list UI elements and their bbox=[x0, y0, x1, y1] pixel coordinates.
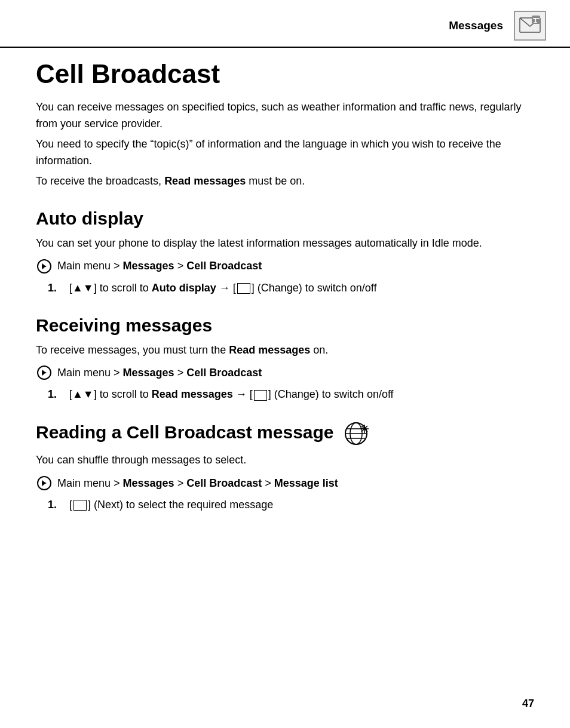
auto-display-heading: Auto display bbox=[36, 208, 534, 229]
reading-cell-broadcast-desc: You can shuffle through messages to sele… bbox=[36, 452, 534, 469]
step-number-3: 1. bbox=[48, 496, 62, 514]
step-number-2: 1. bbox=[48, 386, 62, 403]
auto-display-nav-text: Main menu > Messages > Cell Broadcast bbox=[57, 258, 262, 274]
reading-cell-broadcast-nav: Main menu > Messages > Cell Broadcast > … bbox=[36, 475, 534, 492]
intro-p3-bold: Read messages bbox=[164, 175, 246, 187]
receiving-messages-nav-text: Main menu > Messages > Cell Broadcast bbox=[57, 365, 262, 381]
change-key-2 bbox=[254, 390, 267, 401]
reading-cell-broadcast-heading: Reading a Cell Broadcast message bbox=[36, 421, 534, 446]
nav-arrow-icon bbox=[36, 258, 53, 275]
page: Messages 1 Cell Broadcast You can receiv… bbox=[0, 0, 570, 728]
messages-icon: 1 bbox=[514, 11, 546, 41]
receiving-messages-nav: Main menu > Messages > Cell Broadcast bbox=[36, 364, 534, 381]
globe-icon bbox=[344, 421, 369, 446]
receiving-messages-desc: To receive messages, you must turn the R… bbox=[36, 342, 534, 359]
intro-p3-suffix: must be on. bbox=[246, 175, 305, 187]
svg-text:1: 1 bbox=[534, 17, 537, 24]
step-content: [▲▼] to scroll to Auto display → [] (Cha… bbox=[69, 279, 534, 297]
step-content-3: [] (Next) to select the required message bbox=[69, 496, 534, 514]
intro-paragraph1: You can receive messages on specified to… bbox=[36, 99, 534, 133]
step-content-2: [▲▼] to scroll to Read messages → [] (Ch… bbox=[69, 386, 534, 403]
intro-p3-prefix: To receive the broadcasts, bbox=[36, 175, 164, 187]
reading-cell-broadcast-steps: 1. [] (Next) to select the required mess… bbox=[48, 496, 534, 514]
header-title: Messages bbox=[449, 19, 503, 32]
change-key bbox=[237, 283, 250, 294]
page-header: Messages 1 bbox=[0, 0, 570, 48]
next-key bbox=[73, 500, 87, 511]
reading-cell-broadcast-nav-text: Main menu > Messages > Cell Broadcast > … bbox=[57, 475, 338, 492]
auto-display-steps: 1. [▲▼] to scroll to Auto display → [] (… bbox=[48, 279, 534, 297]
nav-arrow-icon-3 bbox=[36, 475, 53, 492]
page-number: 47 bbox=[522, 698, 534, 710]
auto-display-step1: 1. [▲▼] to scroll to Auto display → [] (… bbox=[48, 279, 534, 297]
auto-display-nav: Main menu > Messages > Cell Broadcast bbox=[36, 258, 534, 275]
reading-cell-broadcast-step1: 1. [] (Next) to select the required mess… bbox=[48, 496, 534, 514]
receiving-messages-step1: 1. [▲▼] to scroll to Read messages → [] … bbox=[48, 386, 534, 403]
nav-arrow-icon-2 bbox=[36, 364, 53, 381]
intro-paragraph2: You need to specify the “topic(s)” of in… bbox=[36, 136, 534, 170]
receiving-messages-steps: 1. [▲▼] to scroll to Read messages → [] … bbox=[48, 386, 534, 403]
page-title: Cell Broadcast bbox=[36, 60, 534, 88]
receiving-messages-heading: Receiving messages bbox=[36, 315, 534, 336]
auto-display-desc: You can set your phone to display the la… bbox=[36, 235, 534, 252]
step-number: 1. bbox=[48, 279, 62, 297]
intro-paragraph3: To receive the broadcasts, Read messages… bbox=[36, 173, 534, 190]
main-content: Cell Broadcast You can receive messages … bbox=[0, 48, 570, 552]
